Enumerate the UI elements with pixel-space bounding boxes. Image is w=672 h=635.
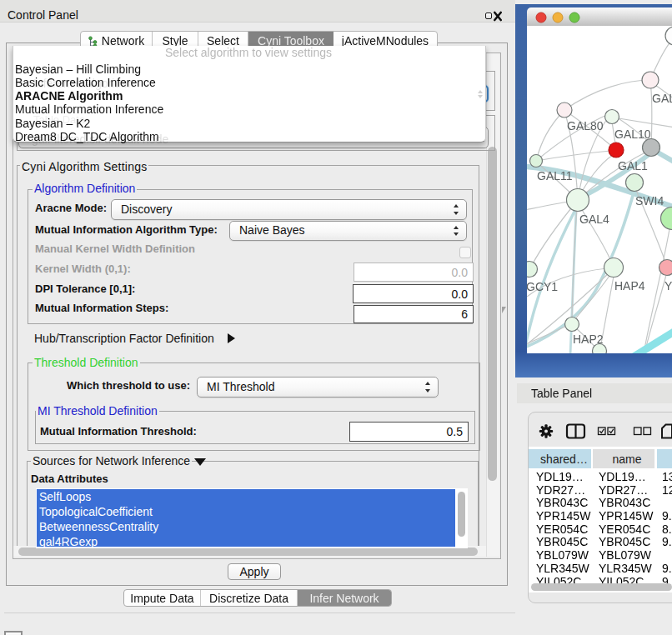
svg-text:HAP4: HAP4 xyxy=(614,279,645,292)
svg-text:YM: YM xyxy=(664,279,672,292)
svg-text:HAP2: HAP2 xyxy=(573,332,604,346)
svg-text:GAL11: GAL11 xyxy=(537,169,573,182)
svg-text:GAL1: GAL1 xyxy=(618,159,648,172)
svg-text:GAL4: GAL4 xyxy=(579,212,609,226)
svg-text:GAL80: GAL80 xyxy=(567,119,604,132)
svg-text:SWI4: SWI4 xyxy=(635,194,664,208)
svg-text:GAL10: GAL10 xyxy=(614,128,651,141)
svg-text:GCY1: GCY1 xyxy=(527,280,558,293)
svg-text:GAL7: GAL7 xyxy=(652,92,672,105)
